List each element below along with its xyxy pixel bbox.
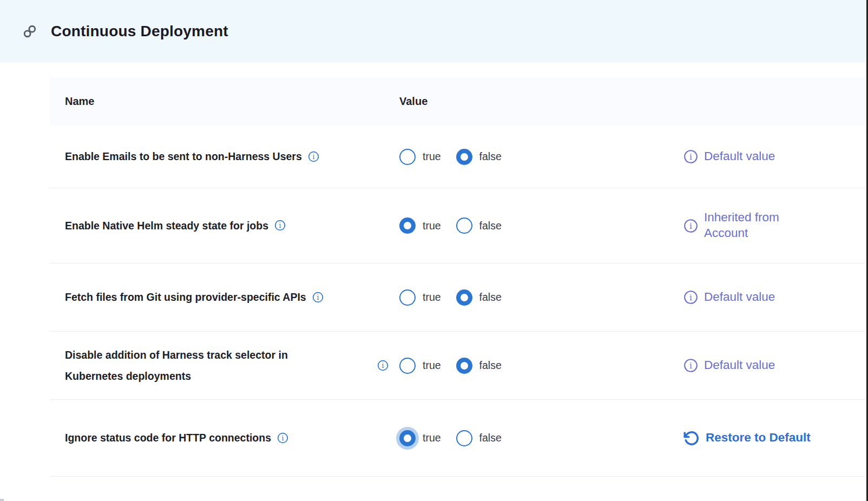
status-info-icon[interactable]: i bbox=[683, 149, 698, 164]
setting-name: Disable addition of Harness track select… bbox=[65, 345, 346, 386]
column-header-value: Value bbox=[396, 95, 680, 108]
svg-text:i: i bbox=[282, 434, 284, 442]
radio-false-label: false bbox=[479, 359, 502, 372]
setting-value-cell: true false bbox=[396, 358, 680, 374]
status-info-icon[interactable]: i bbox=[683, 358, 698, 373]
corner-artifact bbox=[0, 499, 4, 501]
radio-false-label: false bbox=[479, 150, 502, 163]
setting-row: Enable Native Helm steady state for jobs… bbox=[50, 188, 866, 263]
setting-name: Ignore status code for HTTP connections bbox=[65, 427, 271, 448]
radio-option-true[interactable]: true bbox=[399, 289, 441, 306]
setting-row: Disable addition of Harness track select… bbox=[50, 332, 866, 400]
setting-status: i Default value bbox=[680, 149, 866, 164]
setting-name: Enable Emails to be sent to non-Harness … bbox=[65, 146, 302, 167]
radio-true[interactable] bbox=[399, 217, 416, 234]
svg-text:i: i bbox=[312, 153, 314, 161]
restore-icon[interactable] bbox=[683, 430, 700, 446]
radio-option-true[interactable]: true bbox=[399, 430, 441, 446]
setting-name-cell: Fetch files from Git using provider-spec… bbox=[50, 287, 396, 307]
setting-value-cell: true false bbox=[396, 217, 680, 234]
page-title: Continuous Deployment bbox=[51, 23, 228, 40]
radio-option-false[interactable]: false bbox=[456, 358, 502, 374]
chain-link-icon bbox=[23, 24, 37, 38]
radio-true[interactable] bbox=[399, 358, 416, 374]
radio-option-true[interactable]: true bbox=[399, 358, 441, 374]
radio-true[interactable] bbox=[399, 289, 416, 306]
setting-value-cell: true false bbox=[396, 149, 680, 165]
svg-text:i: i bbox=[279, 222, 281, 230]
radio-false-label: false bbox=[479, 432, 502, 444]
setting-row: Enable Emails to be sent to non-Harness … bbox=[50, 126, 866, 188]
setting-name-cell: Enable Emails to be sent to non-Harness … bbox=[50, 146, 396, 167]
radio-true-label: true bbox=[423, 291, 441, 304]
setting-name-cell: Ignore status code for HTTP connections … bbox=[50, 427, 396, 448]
svg-text:i: i bbox=[382, 362, 384, 370]
radio-false[interactable] bbox=[456, 289, 472, 306]
radio-true[interactable] bbox=[399, 149, 416, 165]
table-body: Enable Emails to be sent to non-Harness … bbox=[50, 126, 866, 477]
info-icon[interactable]: i bbox=[308, 151, 319, 162]
category-header: Continuous Deployment bbox=[0, 0, 868, 63]
setting-name: Fetch files from Git using provider-spec… bbox=[65, 287, 306, 307]
setting-status: i Default value bbox=[680, 358, 866, 373]
radio-true-label: true bbox=[423, 359, 441, 372]
svg-text:i: i bbox=[689, 152, 692, 162]
svg-text:i: i bbox=[689, 221, 692, 231]
setting-status[interactable]: Restore to Default bbox=[680, 430, 866, 446]
info-icon[interactable]: i bbox=[312, 292, 324, 303]
status-label: Default value bbox=[704, 149, 775, 164]
svg-text:i: i bbox=[689, 361, 692, 371]
radio-true-label: true bbox=[423, 150, 441, 163]
info-icon[interactable]: i bbox=[277, 432, 288, 444]
radio-option-false[interactable]: false bbox=[456, 149, 502, 165]
status-info-icon[interactable]: i bbox=[683, 290, 698, 305]
setting-value-cell: true false bbox=[396, 430, 680, 446]
setting-row: Fetch files from Git using provider-spec… bbox=[50, 263, 866, 332]
status-label: Inherited from Account bbox=[704, 210, 819, 241]
radio-false-label: false bbox=[479, 291, 502, 304]
radio-option-true[interactable]: true bbox=[399, 149, 441, 165]
status-info-icon[interactable]: i bbox=[683, 219, 698, 233]
status-label: Restore to Default bbox=[706, 430, 811, 446]
radio-false[interactable] bbox=[456, 149, 472, 165]
table-header-row: Name Value bbox=[50, 77, 866, 126]
radio-true-label: true bbox=[423, 220, 441, 232]
radio-option-false[interactable]: false bbox=[456, 217, 502, 234]
status-label: Default value bbox=[704, 289, 775, 305]
radio-true[interactable] bbox=[399, 430, 416, 446]
column-header-name: Name bbox=[50, 95, 396, 108]
radio-option-false[interactable]: false bbox=[456, 289, 502, 306]
svg-text:i: i bbox=[317, 294, 319, 301]
radio-option-true[interactable]: true bbox=[399, 217, 441, 234]
radio-false[interactable] bbox=[456, 430, 472, 446]
radio-false[interactable] bbox=[456, 217, 472, 234]
radio-true-label: true bbox=[423, 432, 441, 444]
setting-row: Ignore status code for HTTP connections … bbox=[50, 400, 866, 477]
radio-option-false[interactable]: false bbox=[456, 430, 502, 446]
info-icon[interactable]: i bbox=[377, 360, 389, 371]
radio-false-label: false bbox=[479, 220, 502, 232]
status-label: Default value bbox=[704, 358, 775, 373]
setting-status: i Default value bbox=[680, 289, 866, 305]
setting-status: i Inherited from Account bbox=[680, 210, 866, 241]
setting-name-cell: Disable addition of Harness track select… bbox=[50, 345, 396, 386]
setting-name-cell: Enable Native Helm steady state for jobs… bbox=[50, 215, 396, 236]
setting-value-cell: true false bbox=[396, 289, 680, 306]
setting-name: Enable Native Helm steady state for jobs bbox=[65, 215, 268, 236]
settings-table: Name Value Enable Emails to be sent to n… bbox=[50, 77, 866, 477]
svg-text:i: i bbox=[689, 293, 692, 302]
info-icon[interactable]: i bbox=[274, 220, 286, 231]
radio-false[interactable] bbox=[456, 358, 472, 374]
